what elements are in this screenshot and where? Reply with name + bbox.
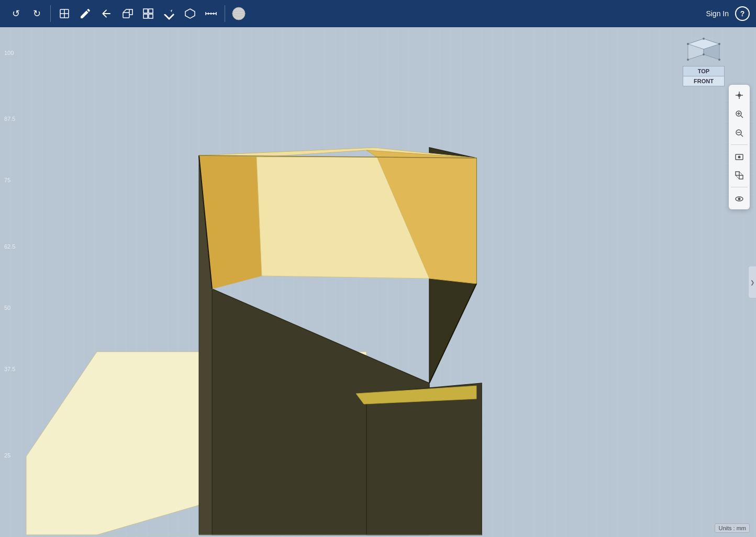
zoom-out-button[interactable] — [731, 125, 748, 141]
view-cube-top[interactable]: TOP — [683, 66, 725, 76]
help-button[interactable]: ? — [735, 6, 750, 21]
ctrl-divider-1 — [731, 144, 748, 145]
history-tools: ↺ ↻ — [6, 4, 46, 23]
right-panel-tab[interactable]: ❯ — [749, 266, 756, 298]
units-badge: Units : mm — [715, 523, 750, 533]
svg-point-40 — [718, 43, 720, 45]
measure-tool[interactable] — [202, 4, 220, 23]
view-cube-3d[interactable] — [683, 33, 725, 65]
perspective-button[interactable] — [731, 167, 748, 184]
extrude-tool[interactable] — [118, 4, 137, 23]
svg-rect-6 — [143, 14, 148, 18]
canvas-area[interactable]: 100 87.5 75 62.5 50 37.5 25 TOP FRONT — [0, 27, 756, 537]
svg-point-42 — [718, 59, 720, 61]
svg-point-63 — [738, 198, 741, 200]
view-cube-front[interactable]: FRONT — [683, 76, 725, 86]
move-up-button[interactable] — [731, 87, 748, 104]
svg-line-61 — [736, 175, 739, 179]
svg-point-57 — [738, 156, 741, 159]
svg-line-54 — [741, 135, 743, 137]
shapes-tool[interactable] — [55, 4, 74, 23]
svg-point-44 — [738, 94, 741, 97]
zoom-in-button[interactable] — [731, 106, 748, 122]
sign-in-button[interactable]: Sign In — [706, 9, 729, 18]
svg-rect-4 — [143, 9, 148, 13]
toolbar: ↺ ↻ — [0, 0, 756, 27]
svg-point-41 — [687, 59, 689, 61]
fit-view-button[interactable] — [731, 148, 748, 165]
view-cube: TOP FRONT — [683, 33, 725, 81]
visibility-button[interactable] — [731, 191, 748, 207]
paint-tool[interactable] — [160, 4, 179, 23]
main-tools — [55, 4, 220, 23]
svg-line-60 — [739, 172, 743, 175]
svg-point-38 — [687, 43, 689, 45]
svg-marker-29 — [366, 383, 482, 535]
undo-button[interactable]: ↺ — [6, 4, 25, 23]
divider-2 — [225, 5, 225, 22]
divider-1 — [50, 5, 51, 22]
cutout-tool[interactable] — [181, 4, 199, 23]
3d-scene — [0, 27, 756, 537]
svg-rect-3 — [123, 13, 129, 18]
erase-tool[interactable] — [97, 4, 116, 23]
svg-rect-59 — [739, 175, 743, 179]
svg-rect-7 — [149, 14, 153, 18]
svg-point-39 — [703, 38, 705, 40]
redo-button[interactable]: ↻ — [27, 4, 46, 23]
toolbar-right: Sign In ? — [706, 6, 750, 21]
grid-tool[interactable] — [139, 4, 158, 23]
svg-line-50 — [741, 116, 743, 118]
right-controls-panel — [729, 85, 750, 209]
svg-rect-5 — [149, 9, 153, 13]
svg-rect-58 — [736, 172, 739, 175]
ctrl-divider-2 — [731, 187, 748, 187]
sphere-display[interactable] — [229, 4, 248, 23]
draw-tool[interactable] — [76, 4, 95, 23]
svg-point-43 — [703, 53, 705, 55]
